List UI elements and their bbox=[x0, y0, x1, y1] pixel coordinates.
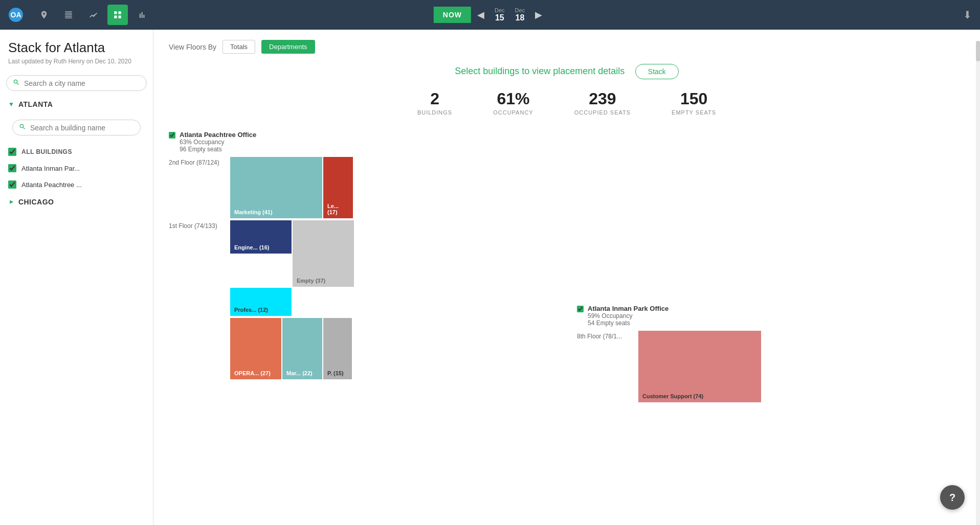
peachtree-floor-1: 1st Floor (74/133) Engine... (16) Empty … bbox=[169, 220, 556, 316]
peachtree-checkbox[interactable] bbox=[8, 180, 16, 189]
floor-1-bottom-row: Profes... (12) bbox=[230, 288, 354, 316]
city-search-input[interactable] bbox=[24, 79, 140, 87]
chicago-chevron-icon: ▼ bbox=[8, 199, 15, 205]
help-button[interactable]: ? bbox=[940, 485, 965, 510]
stat-occupancy-value: 61% bbox=[493, 89, 533, 108]
peachtree-legend-checkbox[interactable] bbox=[169, 132, 175, 139]
trend-nav-icon[interactable] bbox=[83, 5, 103, 25]
prev-date-button[interactable]: ◀ bbox=[473, 7, 488, 22]
floor-2-blocks: Marketing (41) Le... (17) bbox=[230, 157, 353, 218]
location-nav-icon[interactable] bbox=[34, 5, 54, 25]
grid-nav-icon[interactable] bbox=[107, 5, 128, 25]
all-buildings-checkbox[interactable] bbox=[8, 148, 16, 156]
building-search-wrap bbox=[0, 113, 153, 144]
legal-block: Le... (17) bbox=[323, 157, 353, 218]
download-button[interactable]: ⬇︎ bbox=[963, 9, 972, 21]
inman-empty-seats: 54 Empty seats bbox=[588, 319, 669, 327]
stat-empty-label: EMPTY SEATS bbox=[672, 109, 716, 116]
nav-icons bbox=[34, 5, 152, 25]
peachtree-empty-seats: 96 Empty seats bbox=[180, 146, 256, 153]
all-buildings-label: ALL BUILDINGS bbox=[21, 148, 72, 155]
inman-legend-checkbox[interactable] bbox=[577, 306, 584, 312]
peachtree-legend: Atlanta Peachtree Office 63% Occupancy 9… bbox=[169, 131, 556, 153]
peachtree-occupancy: 63% Occupancy bbox=[180, 139, 256, 146]
floor-1-label: 1st Floor (74/133) bbox=[169, 220, 230, 230]
stat-occupancy-label: OCCUPANCY bbox=[493, 109, 533, 116]
peachtree-floor-2: 2nd Floor (87/124) Marketing (41) Le... … bbox=[169, 157, 556, 218]
chicago-city-row[interactable]: ▼ CHICAGO bbox=[0, 193, 153, 211]
view-floors-bar: View Floors By Totals Departments bbox=[169, 40, 965, 54]
page-subtitle: Last updated by Ruth Henry on Dec 10, 20… bbox=[0, 57, 153, 71]
stat-empty-value: 150 bbox=[672, 89, 716, 108]
date2-display: Dec 18 bbox=[511, 7, 529, 22]
departments-toggle-button[interactable]: Departments bbox=[261, 40, 315, 54]
table-nav-icon[interactable] bbox=[58, 5, 79, 25]
building-search-icon bbox=[19, 123, 26, 132]
stat-buildings: 2 BUILDINGS bbox=[417, 89, 452, 116]
inman-checkbox[interactable] bbox=[8, 164, 16, 172]
stat-buildings-label: BUILDINGS bbox=[417, 109, 452, 116]
inman-building-name: Atlanta Inman Park Office bbox=[588, 305, 669, 312]
floor-1-blocks-wrapper: Engine... (16) Empty (37) Profes... (12) bbox=[230, 220, 354, 316]
city-search-box[interactable] bbox=[6, 75, 147, 91]
peachtree-building-row[interactable]: Atlanta Peachtree ... bbox=[0, 176, 153, 193]
stat-occupied-seats: 239 OCCUPIED SEATS bbox=[574, 89, 631, 116]
next-date-button[interactable]: ▶ bbox=[531, 7, 546, 22]
peachtree-building-label: Atlanta Peachtree ... bbox=[21, 181, 82, 189]
empty-block: Empty (37) bbox=[293, 220, 354, 287]
peachtree-legend-info: Atlanta Peachtree Office 63% Occupancy 9… bbox=[180, 131, 256, 153]
bar-nav-icon[interactable] bbox=[132, 5, 152, 25]
totals-toggle-button[interactable]: Totals bbox=[222, 40, 255, 54]
scrollbar-thumb[interactable] bbox=[976, 41, 980, 61]
inman-legend-info: Atlanta Inman Park Office 59% Occupancy … bbox=[588, 305, 669, 327]
stack-button[interactable]: Stack bbox=[635, 64, 679, 79]
main-content: View Floors By Totals Departments Select… bbox=[153, 30, 980, 525]
top-navigation: OA NOW ◀ Dec 15 Dec 18 ▶ ⬇︎ bbox=[0, 0, 980, 30]
floor-8-blocks: Customer Support (74) bbox=[638, 331, 761, 402]
peachtree-chart: Atlanta Peachtree Office 63% Occupancy 9… bbox=[169, 131, 556, 381]
inman-occupancy: 59% Occupancy bbox=[588, 312, 669, 319]
now-button[interactable]: NOW bbox=[434, 7, 471, 23]
stats-row: 2 BUILDINGS 61% OCCUPANCY 239 OCCUPIED S… bbox=[169, 89, 965, 116]
select-prompt-bar: Select buildings to view placement detai… bbox=[169, 64, 965, 79]
marketing2-block: Mar... (22) bbox=[282, 318, 322, 379]
building-search-box[interactable] bbox=[12, 120, 141, 135]
atlanta-city-label: ATLANTA bbox=[18, 100, 53, 108]
marketing-block: Marketing (41) bbox=[230, 157, 322, 218]
charts-area: Atlanta Peachtree Office 63% Occupancy 9… bbox=[169, 131, 965, 404]
building-search-input[interactable] bbox=[30, 124, 134, 132]
main-layout: Stack for Atlanta Last updated by Ruth H… bbox=[0, 30, 980, 525]
sidebar: Stack for Atlanta Last updated by Ruth H… bbox=[0, 30, 153, 525]
all-buildings-row[interactable]: ALL BUILDINGS bbox=[0, 144, 153, 160]
stat-buildings-value: 2 bbox=[417, 89, 452, 108]
engineering-block: Engine... (16) bbox=[230, 220, 292, 254]
customer-support-block: Customer Support (74) bbox=[638, 331, 761, 402]
svg-text:OA: OA bbox=[11, 11, 21, 19]
professional-block: Profes... (12) bbox=[230, 288, 292, 316]
page-title: Stack for Atlanta bbox=[0, 36, 153, 57]
floor-2-label: 2nd Floor (87/124) bbox=[169, 157, 230, 166]
operations-block: OPERA... (27) bbox=[230, 318, 281, 379]
peachtree-building-name: Atlanta Peachtree Office bbox=[180, 131, 256, 139]
view-floors-label: View Floors By bbox=[169, 43, 216, 51]
date1-display: Dec 15 bbox=[491, 7, 509, 22]
inman-building-row[interactable]: Atlanta Inman Par... bbox=[0, 160, 153, 176]
stat-occupied-value: 239 bbox=[574, 89, 631, 108]
chicago-city-label: CHICAGO bbox=[18, 198, 54, 206]
select-prompt-text: Select buildings to view placement detai… bbox=[455, 66, 625, 76]
city-search-icon bbox=[13, 79, 20, 87]
floor-1b-label bbox=[169, 318, 230, 320]
scrollbar[interactable] bbox=[976, 41, 980, 525]
stat-occupied-label: OCCUPIED SEATS bbox=[574, 109, 631, 116]
atlanta-chevron-icon: ▼ bbox=[8, 101, 14, 108]
peachtree-floor-1b: OPERA... (27) Mar... (22) P. (15) bbox=[169, 318, 556, 379]
inman-chart: Atlanta Inman Park Office 59% Occupancy … bbox=[577, 305, 965, 404]
p-block: P. (15) bbox=[323, 318, 352, 379]
floor-1-top-row: Engine... (16) Empty (37) bbox=[230, 220, 354, 287]
floor-8-label: 8th Floor (78/1... bbox=[577, 331, 638, 340]
nav-date-controls: NOW ◀ Dec 15 Dec 18 ▶ bbox=[434, 7, 546, 23]
inman-building-label: Atlanta Inman Par... bbox=[21, 165, 80, 172]
stat-empty-seats: 150 EMPTY SEATS bbox=[672, 89, 716, 116]
inman-legend: Atlanta Inman Park Office 59% Occupancy … bbox=[577, 305, 965, 327]
atlanta-city-row[interactable]: ▼ ATLANTA bbox=[0, 95, 153, 113]
